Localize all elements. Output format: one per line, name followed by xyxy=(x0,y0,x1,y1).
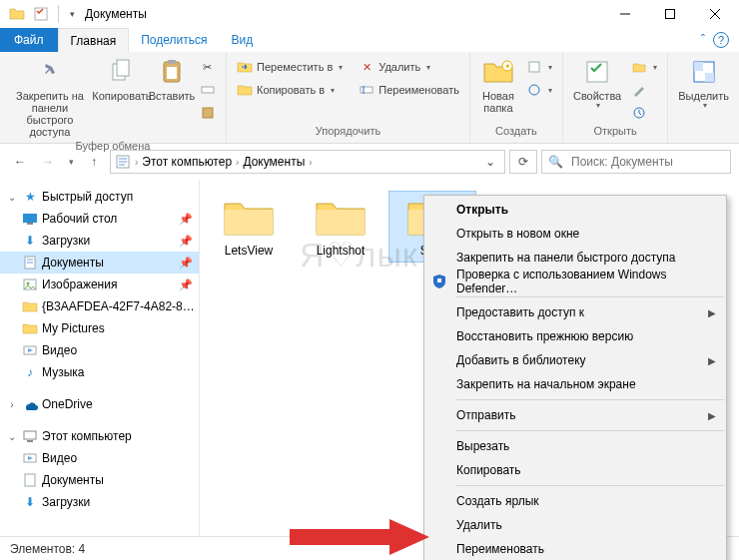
ctx-rename[interactable]: Переименовать xyxy=(424,537,726,560)
ctx-pin-start[interactable]: Закрепить на начальном экране xyxy=(424,372,726,396)
copy-path-small-button[interactable] xyxy=(196,79,220,101)
nav-downloads[interactable]: ⬇Загрузки📌 xyxy=(0,230,199,252)
delete-button[interactable]: ✕Удалить▾ xyxy=(355,56,463,78)
svg-rect-8 xyxy=(168,60,176,64)
ctx-open[interactable]: Открыть xyxy=(424,198,726,222)
easy-access-icon xyxy=(526,82,542,98)
ribbon-collapse-icon[interactable]: ˆ xyxy=(701,33,705,47)
ctx-copy[interactable]: Копировать xyxy=(424,458,726,482)
nav-pc-documents[interactable]: Документы xyxy=(0,469,199,491)
folder-label: LetsView xyxy=(225,244,273,258)
qat-dropdown-icon[interactable]: ▾ xyxy=(65,3,79,25)
address-dropdown-icon[interactable]: ⌄ xyxy=(480,155,500,169)
ctx-add-to-library[interactable]: Добавить в библиотеку▶ xyxy=(424,348,726,372)
ctx-pin-quick-access[interactable]: Закрепить на панели быстрого доступа xyxy=(424,246,726,270)
help-icon[interactable]: ? xyxy=(713,32,729,48)
svg-rect-18 xyxy=(587,62,607,82)
svg-rect-35 xyxy=(24,431,36,439)
ribbon-group-label: Упорядочить xyxy=(233,125,463,143)
pictures-icon xyxy=(22,277,38,292)
folder-icon xyxy=(221,196,277,240)
folder-item[interactable]: LetsView xyxy=(206,192,292,262)
paste-button[interactable]: Вставить xyxy=(150,54,194,104)
svg-rect-21 xyxy=(694,62,703,71)
tab-home[interactable]: Главная xyxy=(58,28,130,52)
minimize-button[interactable] xyxy=(602,0,647,28)
ctx-give-access[interactable]: Предоставить доступ к▶ xyxy=(424,300,726,324)
nav-my-pictures[interactable]: My Pictures xyxy=(0,317,199,339)
move-to-button[interactable]: Переместить в▾ xyxy=(233,56,347,78)
nav-onedrive[interactable]: ›OneDrive xyxy=(0,393,199,415)
delete-icon: ✕ xyxy=(359,59,374,75)
nav-documents[interactable]: Документы📌 xyxy=(0,252,199,274)
this-pc-icon xyxy=(22,428,38,444)
paste-shortcut-icon xyxy=(200,105,216,121)
tab-share[interactable]: Поделиться xyxy=(129,28,219,52)
edit-icon xyxy=(631,82,647,98)
tab-view[interactable]: Вид xyxy=(219,28,265,52)
nav-quick-access[interactable]: ⌄★Быстрый доступ xyxy=(0,186,199,208)
rename-button[interactable]: Переименовать xyxy=(355,79,463,101)
ribbon-group-organize: Переместить в▾ Копировать в▾ ✕Удалить▾ П… xyxy=(227,52,470,143)
star-icon: ★ xyxy=(22,189,38,205)
maximize-button[interactable] xyxy=(647,0,692,28)
select-icon xyxy=(688,56,720,88)
ctx-defender[interactable]: Проверка с использованием Windows Defend… xyxy=(424,270,726,293)
properties-qat-icon[interactable] xyxy=(30,3,52,25)
nav-pictures[interactable]: Изображения📌 xyxy=(0,274,199,295)
nav-pc-downloads[interactable]: ⬇Загрузки xyxy=(0,491,199,513)
back-button[interactable]: ← xyxy=(8,150,32,174)
svg-rect-0 xyxy=(35,8,47,20)
nav-video[interactable]: Видео xyxy=(0,339,199,361)
forward-button[interactable]: → xyxy=(36,150,60,174)
open-small-button[interactable]: ▾ xyxy=(627,56,661,78)
address-bar[interactable]: › Этот компьютер › Документы › ⌄ xyxy=(110,150,505,174)
status-elements: Элементов: 4 xyxy=(10,542,85,556)
nav-music[interactable]: ♪Музыка xyxy=(0,361,199,383)
nav-desktop[interactable]: Рабочий стол📌 xyxy=(0,208,199,230)
breadcrumb-root[interactable]: Этот компьютер xyxy=(142,155,232,169)
folder-item[interactable]: Lightshot xyxy=(298,192,383,262)
ctx-open-new-window[interactable]: Открыть в новом окне xyxy=(424,222,726,246)
onedrive-icon xyxy=(22,396,38,412)
history-icon xyxy=(631,105,647,121)
easy-access-small-button[interactable]: ▾ xyxy=(522,79,556,101)
search-input[interactable] xyxy=(569,154,724,170)
copy-to-icon xyxy=(237,82,253,98)
nav-guid-folder[interactable]: {B3AAFDEA-42F7-4A82-8… xyxy=(0,295,199,317)
copy-to-button[interactable]: Копировать в▾ xyxy=(233,79,347,101)
select-button[interactable]: Выделить▾ xyxy=(674,54,733,113)
up-button[interactable]: ↑ xyxy=(82,150,106,174)
nav-pc-video[interactable]: Видео xyxy=(0,447,199,469)
cut-small-button[interactable]: ✂ xyxy=(196,56,220,78)
pin-icon: 📌 xyxy=(179,213,193,226)
window-title: Документы xyxy=(79,7,602,21)
ctx-restore-previous[interactable]: Восстановить прежнюю версию xyxy=(424,324,726,348)
downloads-icon: ⬇ xyxy=(22,233,38,249)
documents-icon xyxy=(22,472,38,488)
new-item-icon xyxy=(526,59,542,75)
properties-button[interactable]: Свойства▾ xyxy=(569,54,625,113)
tab-file[interactable]: Файл xyxy=(0,28,58,52)
ribbon-group-select: Выделить▾ xyxy=(668,52,739,143)
close-button[interactable] xyxy=(692,0,737,28)
breadcrumb-current[interactable]: Документы xyxy=(243,155,305,169)
nav-this-pc[interactable]: ⌄Этот компьютер xyxy=(0,425,199,447)
ctx-cut[interactable]: Вырезать xyxy=(424,434,726,458)
ctx-delete[interactable]: Удалить xyxy=(424,513,726,537)
copy-button[interactable]: Копировать xyxy=(96,54,148,104)
defender-icon xyxy=(430,273,448,290)
new-folder-button[interactable]: ✦ Новая папка xyxy=(476,54,520,116)
navigation-pane: ⌄★Быстрый доступ Рабочий стол📌 ⬇Загрузки… xyxy=(0,180,200,536)
refresh-button[interactable]: ⟳ xyxy=(509,150,537,174)
recent-locations-dropdown[interactable]: ▾ xyxy=(64,150,78,174)
new-item-small-button[interactable]: ▾ xyxy=(522,56,556,78)
ctx-send-to[interactable]: Отправить▶ xyxy=(424,403,726,427)
paste-shortcut-small-button[interactable] xyxy=(196,102,220,124)
edit-small-button[interactable] xyxy=(627,79,661,101)
pin-quick-access-button[interactable]: Закрепить на панели быстрого доступа xyxy=(6,54,94,140)
svg-rect-36 xyxy=(27,440,33,442)
search-box[interactable]: 🔍 xyxy=(541,150,731,174)
history-small-button[interactable] xyxy=(627,102,661,124)
ctx-create-shortcut[interactable]: Создать ярлык xyxy=(424,489,726,513)
